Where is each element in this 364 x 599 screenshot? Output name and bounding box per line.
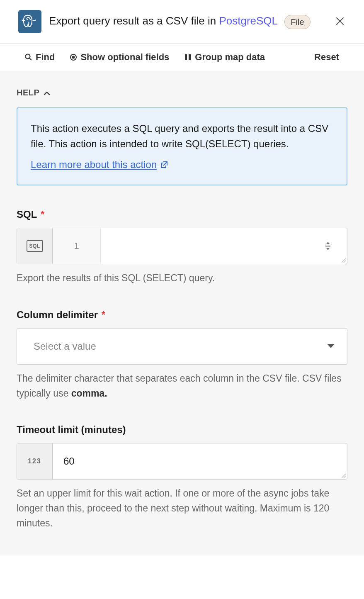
help-text: This action executes a SQL query and exp… xyxy=(31,121,333,151)
svg-point-7 xyxy=(73,56,75,58)
toolbar: Find Show optional fields Group map data… xyxy=(0,44,364,71)
resize-handle-icon[interactable] xyxy=(340,472,346,478)
sql-field: SQL * SQL 1 Export the results of this S… xyxy=(17,209,347,286)
sql-hint: Export the results of this SQL (SELECT) … xyxy=(17,271,347,286)
svg-rect-9 xyxy=(189,54,191,60)
timeout-hint: Set an upper limit for this wait action.… xyxy=(17,486,347,531)
find-label: Find xyxy=(36,52,55,63)
learn-more-label: Learn more about this action xyxy=(31,159,157,170)
close-button[interactable] xyxy=(332,15,347,28)
svg-point-1 xyxy=(30,19,31,20)
chevron-up-icon xyxy=(44,88,50,98)
resize-handle-icon[interactable] xyxy=(340,257,346,263)
delimiter-label: Column delimiter * xyxy=(17,309,347,321)
svg-rect-8 xyxy=(185,54,187,60)
sql-label: SQL * xyxy=(17,209,347,220)
svg-marker-14 xyxy=(326,248,330,250)
dialog-header: Export query result as a CSV file in Pos… xyxy=(0,0,364,44)
select-placeholder: Select a value xyxy=(34,341,96,352)
dialog-title: Export query result as a CSV file in Pos… xyxy=(49,14,324,29)
help-label: HELP xyxy=(17,88,39,97)
reset-button[interactable]: Reset xyxy=(314,52,339,63)
required-marker: * xyxy=(38,209,44,220)
line-number: 1 xyxy=(53,228,101,264)
timeout-value[interactable]: 60 xyxy=(53,443,347,479)
svg-point-0 xyxy=(27,19,28,20)
show-optional-label: Show optional fields xyxy=(80,52,169,63)
group-map-button[interactable]: Group map data xyxy=(184,52,265,63)
svg-marker-17 xyxy=(328,344,334,348)
postgresql-icon xyxy=(18,10,41,33)
delimiter-field: Column delimiter * Select a value The de… xyxy=(17,309,347,401)
svg-rect-13 xyxy=(325,246,330,246)
external-link-icon xyxy=(160,161,168,169)
content-area: HELP This action executes a SQL query an… xyxy=(0,71,364,555)
svg-line-18 xyxy=(342,474,346,478)
help-toggle[interactable]: HELP xyxy=(17,88,347,97)
svg-line-5 xyxy=(29,58,32,60)
sql-type-icon: SQL xyxy=(17,228,53,264)
sql-textarea[interactable] xyxy=(101,228,347,264)
svg-rect-12 xyxy=(325,245,330,245)
timeout-field: Timeout limit (minutes) 123 60 Set an up… xyxy=(17,424,347,531)
sql-input[interactable]: SQL 1 xyxy=(17,228,347,264)
number-type-icon: 123 xyxy=(17,443,53,479)
find-button[interactable]: Find xyxy=(25,52,55,63)
required-marker: * xyxy=(99,309,105,320)
svg-line-19 xyxy=(344,476,346,478)
title-prefix: Export query result as a CSV file in xyxy=(49,15,219,27)
group-map-label: Group map data xyxy=(195,52,265,63)
delimiter-select[interactable]: Select a value xyxy=(17,328,347,365)
timeout-input[interactable]: 123 60 xyxy=(17,443,347,480)
caret-down-icon xyxy=(327,343,335,350)
timeout-label: Timeout limit (minutes) xyxy=(17,424,347,436)
svg-line-10 xyxy=(163,162,167,166)
title-link[interactable]: PostgreSQL xyxy=(219,15,277,27)
svg-line-16 xyxy=(344,261,346,263)
help-box: This action executes a SQL query and exp… xyxy=(17,107,347,185)
svg-line-15 xyxy=(342,258,346,263)
svg-point-4 xyxy=(26,54,30,59)
learn-more-link[interactable]: Learn more about this action xyxy=(31,159,168,170)
insert-data-icon[interactable] xyxy=(323,241,333,251)
show-optional-button[interactable]: Show optional fields xyxy=(70,52,169,63)
delimiter-hint: The delimiter character that separates e… xyxy=(17,371,347,401)
svg-marker-11 xyxy=(326,242,330,244)
file-badge: File xyxy=(284,15,310,29)
